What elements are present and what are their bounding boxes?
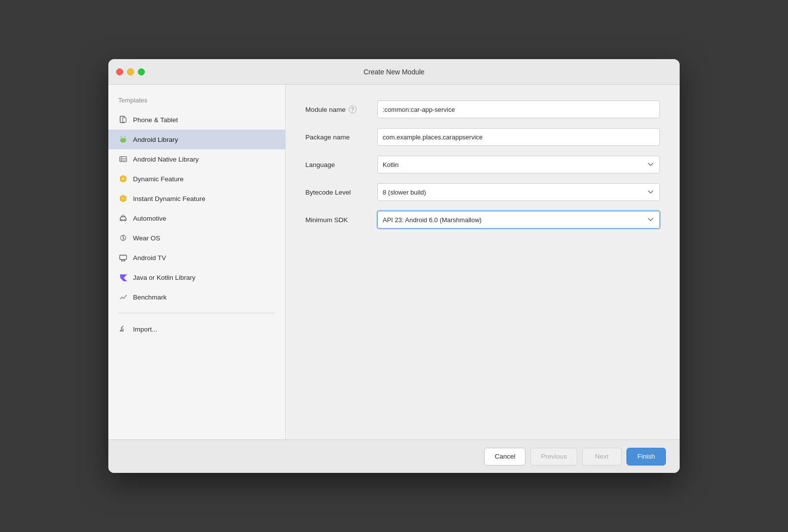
sidebar-item-android-native-library[interactable]: Android Native Library [108,149,285,169]
previous-button[interactable]: Previous [530,448,577,466]
bytecode-level-label: Bytecode Level [305,189,369,196]
svg-rect-7 [121,138,126,142]
sidebar: Templates Phone & Tablet [108,85,286,439]
svg-point-12 [122,178,124,180]
dialog-body: Templates Phone & Tablet [108,85,680,439]
svg-rect-1 [123,118,126,122]
sidebar-item-phone-tablet[interactable]: Phone & Tablet [108,110,285,130]
sidebar-item-label: Wear OS [133,234,160,242]
next-button[interactable]: Next [582,448,622,466]
sidebar-item-label: Dynamic Feature [133,175,184,183]
package-name-row: Package name [305,128,660,146]
minimize-button[interactable] [127,68,134,75]
sidebar-item-dynamic-feature[interactable]: Dynamic Feature [108,169,285,189]
sidebar-divider [118,313,275,313]
min-sdk-select[interactable]: API 23: Android 6.0 (Marshmallow) API 21… [377,211,660,229]
sidebar-item-java-kotlin-library[interactable]: Java or Kotlin Library [108,267,285,287]
sidebar-item-label: Benchmark [133,294,166,301]
module-name-label: Module name ? [305,105,369,113]
sidebar-item-automotive[interactable]: Automotive [108,208,285,228]
sidebar-item-label: Automotive [133,215,166,222]
instant-dynamic-icon [118,194,128,203]
module-name-input[interactable] [377,100,660,118]
import-icon [118,324,128,334]
cancel-button[interactable]: Cancel [484,448,525,466]
sidebar-item-benchmark[interactable]: Benchmark [108,287,285,307]
dialog-window: Create New Module Templates Phone & Tabl… [108,59,680,473]
sidebar-item-label: Android Native Library [133,156,199,163]
svg-rect-8 [120,157,127,162]
android-tv-icon [118,253,128,263]
module-name-row: Module name ? [305,100,660,118]
sidebar-item-label: Instant Dynamic Feature [133,195,205,202]
svg-rect-17 [122,239,125,240]
svg-line-5 [121,136,122,137]
sidebar-item-label: Android Library [133,136,178,143]
dynamic-feature-icon [118,174,128,184]
wear-os-icon [118,233,128,243]
kotlin-icon [118,272,128,282]
sidebar-item-label: Android TV [133,254,166,262]
bytecode-level-row: Bytecode Level 8 (slower build) 7 6 [305,183,660,201]
language-row: Language Kotlin Java [305,156,660,173]
module-name-help-icon[interactable]: ? [349,105,357,113]
footer: Cancel Previous Next Finish [108,439,680,473]
svg-line-19 [123,238,124,239]
templates-label: Templates [108,97,285,110]
svg-point-14 [124,220,126,221]
finish-button[interactable]: Finish [626,448,666,466]
sidebar-item-android-tv[interactable]: Android TV [108,248,285,267]
package-name-label: Package name [305,133,369,141]
android-library-icon [118,134,128,144]
bytecode-level-select[interactable]: 8 (slower build) 7 6 [377,183,660,201]
maximize-button[interactable] [138,68,145,75]
native-library-icon [118,154,128,164]
svg-point-13 [121,220,122,221]
automotive-icon [118,213,128,223]
titlebar: Create New Module [108,59,680,85]
package-name-input[interactable] [377,128,660,146]
traffic-lights [116,68,145,75]
sidebar-item-android-library[interactable]: Android Library [108,130,285,149]
min-sdk-row: Minimum SDK API 23: Android 6.0 (Marshma… [305,211,660,229]
sidebar-item-label: Java or Kotlin Library [133,274,196,281]
language-select[interactable]: Kotlin Java [377,156,660,173]
sidebar-item-wear-os[interactable]: Wear OS [108,228,285,248]
phone-tablet-icon [118,115,128,125]
close-button[interactable] [116,68,123,75]
import-label: Import... [133,326,158,333]
svg-point-24 [126,295,127,296]
min-sdk-label: Minimum SDK [305,216,369,224]
window-title: Create New Module [363,68,425,76]
svg-line-6 [125,136,126,137]
sidebar-item-label: Phone & Tablet [133,116,178,124]
sidebar-item-instant-dynamic-feature[interactable]: Instant Dynamic Feature [108,189,285,208]
svg-rect-20 [120,255,127,260]
sidebar-item-import[interactable]: Import... [108,319,285,339]
main-content: Module name ? Package name Language Kotl… [286,85,680,439]
language-label: Language [305,161,369,168]
benchmark-icon [118,292,128,302]
